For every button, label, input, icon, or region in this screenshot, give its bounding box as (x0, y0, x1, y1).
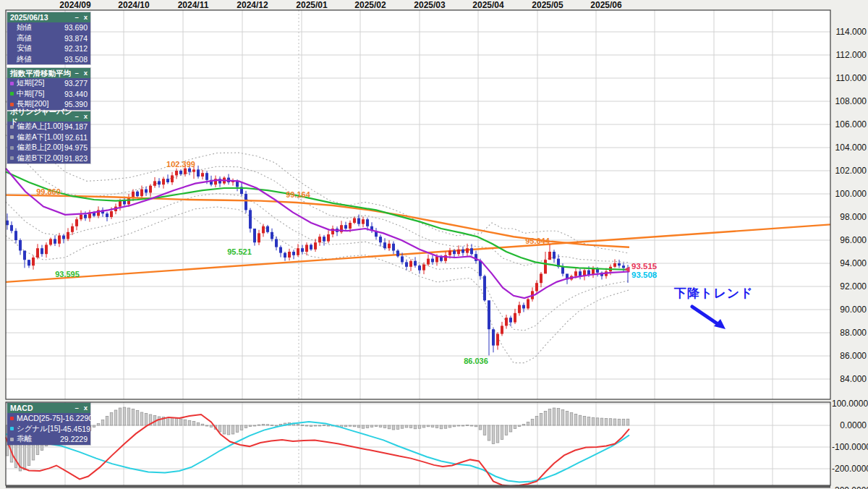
ema-long-color-dot (10, 103, 14, 106)
high-row: 高値 93.874 (7, 33, 90, 44)
price-axis-label: 100.000 (832, 189, 867, 199)
signal-color-dot (10, 427, 14, 430)
month-label: 2025/04 (472, 0, 503, 9)
macd-info-panel[interactable]: MACD – x MACD[25-75] -16.2290 シグナル[15] -… (7, 403, 90, 445)
price-axis-label: 108.000 (832, 96, 867, 106)
month-label: 2025/01 (296, 0, 327, 9)
high-value: 93.874 (64, 34, 88, 43)
price-axis-label: 86.000 (832, 351, 867, 361)
ohlc-panel-title: 2025/06/13 (10, 12, 48, 22)
bb-b-upper-value: 94.975 (64, 143, 88, 152)
close-icon[interactable]: x (84, 12, 88, 22)
ema-mid-color-dot (10, 92, 14, 95)
close-icon[interactable]: x (84, 68, 88, 78)
chart-canvas (0, 0, 868, 489)
minimize-icon[interactable]: – (75, 68, 78, 78)
month-label: 2024/09 (59, 0, 90, 9)
bb-b-lower-label: 偏差B下[2.00] (17, 153, 64, 163)
minimize-icon[interactable]: – (75, 111, 78, 122)
ema-info-panel[interactable]: 指数平滑移動平均 – x 短期[25] 93.277 中期[75] 93.440… (7, 68, 90, 110)
high-label: 高値 (10, 33, 64, 43)
macd-value: -16.2290 (63, 414, 93, 422)
month-label: 2024/12 (237, 0, 268, 9)
swing-price-annotation: 102.399 (166, 160, 195, 169)
price-axis-label: 92.000 (832, 281, 867, 292)
macd-panel-title: MACD (10, 403, 33, 413)
month-label: 2025/03 (414, 0, 445, 9)
swing-price-annotation: 93.595 (55, 270, 80, 278)
bollinger-info-panel[interactable]: ボリンジャーバンド – x 偏差A上[1.00] 94.187 偏差A下[1.0… (7, 111, 90, 163)
macd-label: MACD[25-75] (17, 414, 63, 422)
divergence-value: 29.2229 (60, 435, 88, 443)
close-icon[interactable]: x (84, 111, 88, 122)
macd-axis-label: 100.0000 (832, 399, 867, 409)
month-label: 2025/06 (590, 0, 621, 9)
low-value: 92.312 (64, 44, 88, 53)
divergence-color-dot (10, 438, 14, 441)
price-axis-label: 106.000 (832, 119, 867, 129)
ema-short-label: 短期[25] (17, 78, 64, 88)
bb-b-lower-color-dot (10, 156, 14, 160)
bb-a-lower-row: 偏差A下[1.00] 92.611 (7, 132, 90, 143)
ema-short-row: 短期[25] 93.277 (7, 78, 90, 89)
open-label: 始値 (10, 22, 64, 33)
macd-axis-label: -300.0000 (832, 485, 867, 489)
ema-short-color-dot (10, 82, 14, 85)
ohlc-info-panel[interactable]: 2025/06/13 – x 始値 93.690 高値 93.874 安値 92… (7, 12, 90, 64)
secondary-price-tag: 93.508 (631, 271, 657, 279)
bollinger-panel-header: ボリンジャーバンド – x (7, 111, 90, 122)
swing-price-annotation: 99.164 (286, 190, 310, 199)
month-label: 2024/10 (118, 0, 149, 9)
ema-panel-header: 指数平滑移動平均 – x (7, 68, 90, 78)
bb-a-upper-value: 94.187 (64, 122, 88, 131)
swing-price-annotation: 95.521 (227, 247, 252, 256)
ema-mid-label: 中期[75] (17, 89, 64, 99)
month-label: 2024/11 (178, 0, 209, 9)
bb-a-lower-value: 92.611 (65, 133, 88, 142)
macd-panel-header: MACD – x (7, 403, 90, 413)
month-label: 2025/05 (532, 0, 563, 9)
trading-chart-app: 2024/092024/102024/112024/122025/012025/… (0, 0, 868, 489)
bb-b-upper-row: 偏差B上[2.00] 94.975 (7, 143, 90, 153)
bb-a-lower-color-dot (10, 135, 14, 139)
ema-mid-row: 中期[75] 93.440 (7, 89, 90, 100)
last-price-tag: 93.515 (631, 262, 657, 271)
macd-axis-label: 0.0000 (832, 420, 867, 430)
price-axis-label: 88.000 (832, 328, 867, 338)
bb-a-upper-label: 偏差A上[1.00] (17, 122, 64, 132)
close-value: 93.508 (64, 55, 88, 64)
divergence-label: 乖離 (17, 434, 60, 444)
close-label: 終値 (10, 54, 64, 64)
month-label: 2025/02 (354, 0, 386, 9)
bb-b-upper-label: 偏差B上[2.00] (17, 143, 64, 153)
open-row: 始値 93.690 (7, 22, 90, 33)
price-axis-label: 98.000 (832, 212, 867, 222)
bb-b-lower-row: 偏差B下[2.00] 91.823 (7, 153, 90, 164)
swing-price-annotation: 95.644 (525, 237, 550, 245)
swing-price-annotation: 99.860 (36, 187, 61, 196)
bb-a-upper-color-dot (10, 125, 14, 129)
low-row: 安値 92.312 (7, 43, 90, 54)
signal-row: シグナル[15] -45.4519 (7, 424, 90, 435)
close-row: 終値 93.508 (7, 54, 90, 65)
minimize-icon[interactable]: – (75, 403, 78, 413)
ema-mid-value: 93.440 (64, 90, 88, 98)
close-icon[interactable]: x (84, 403, 88, 413)
price-axis-label: 84.000 (832, 374, 867, 384)
minimize-icon[interactable]: – (75, 12, 78, 22)
macd-color-dot (10, 417, 14, 420)
ema-short-value: 93.277 (64, 79, 88, 88)
price-axis-label: 110.000 (832, 73, 867, 83)
price-axis-label: 96.000 (832, 235, 867, 245)
price-axis-label: 104.000 (832, 143, 867, 153)
bb-b-upper-color-dot (10, 146, 14, 150)
bb-a-lower-label: 偏差A下[1.00] (17, 132, 65, 143)
low-label: 安値 (10, 43, 64, 54)
bb-a-upper-row: 偏差A上[1.00] 94.187 (7, 122, 90, 132)
signal-value: -45.4519 (61, 425, 90, 433)
price-axis-label: 112.000 (832, 50, 867, 60)
price-axis-label: 94.000 (832, 258, 867, 268)
open-value: 93.690 (64, 23, 88, 32)
bb-b-lower-value: 91.823 (64, 154, 88, 163)
last-price-arrow-icon: ◀ (624, 265, 630, 273)
